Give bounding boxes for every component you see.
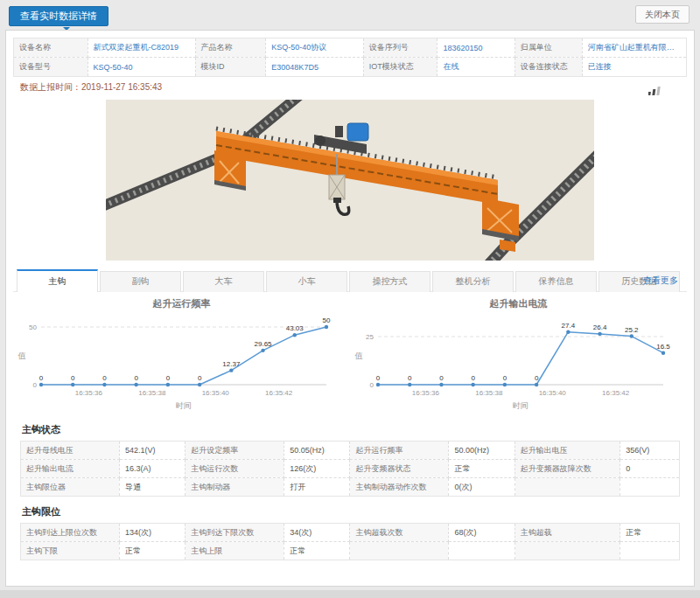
- svg-text:43.03: 43.03: [286, 324, 304, 332]
- svg-text:值: 值: [354, 351, 363, 360]
- svg-text:时间: 时间: [513, 401, 528, 410]
- field-value: 68(次): [449, 524, 514, 542]
- svg-text:0: 0: [39, 374, 44, 382]
- view-more-link[interactable]: 查看更多: [643, 275, 678, 287]
- crane-image-area: [13, 100, 687, 264]
- section-0: 主钩状态起升母线电压542.1(V)起升设定频率50.05(Hz)起升运行频率5…: [20, 423, 680, 497]
- close-page-button[interactable]: 关闭本页: [635, 5, 690, 24]
- field-label: 主钩限位器: [21, 478, 120, 497]
- field-label: [350, 542, 449, 560]
- field-label: 主钩超载: [514, 524, 620, 542]
- table-row: 起升母线电压542.1(V)起升设定频率50.05(Hz)起升运行频率50.00…: [21, 442, 680, 460]
- svg-text:16:35:38: 16:35:38: [475, 389, 503, 397]
- chart-canvas: 050值16:35:3616:35:3816:35:4016:35:42时间00…: [13, 313, 339, 411]
- svg-text:12.37: 12.37: [222, 360, 241, 368]
- svg-text:0: 0: [408, 374, 412, 382]
- field-value: 50.00(Hz): [449, 442, 514, 460]
- field-value: 正常: [449, 460, 514, 478]
- top-bar: 查看实时数据详情 关闭本页: [0, 0, 700, 30]
- line-chart: 起升输出电流025值16:35:3616:35:3816:35:4016:35:…: [350, 297, 687, 414]
- field-value: 正常: [119, 542, 185, 560]
- svg-text:0: 0: [503, 374, 508, 382]
- field-label: 主钩下限: [21, 542, 120, 560]
- field-value[interactable]: 已连接: [582, 58, 686, 77]
- tab-5[interactable]: 整机分析: [432, 271, 514, 292]
- chart-title: 起升运行频率: [13, 297, 350, 313]
- tab-2[interactable]: 大车: [183, 271, 264, 292]
- svg-text:29.65: 29.65: [255, 340, 273, 348]
- svg-text:时间: 时间: [176, 401, 192, 410]
- svg-text:0: 0: [471, 374, 475, 382]
- svg-text:值: 值: [18, 351, 26, 360]
- field-label: 主钩到达上限位次数: [21, 524, 120, 542]
- section-title: 主钩状态: [22, 423, 680, 436]
- tab-6[interactable]: 保养信息: [515, 271, 597, 292]
- field-label: 起升母线电压: [21, 442, 120, 460]
- field-value: [620, 542, 680, 560]
- svg-text:0: 0: [166, 374, 171, 382]
- field-label: 设备连接状态: [514, 58, 582, 77]
- svg-text:50: 50: [29, 323, 37, 331]
- field-label: 设备序列号: [363, 38, 438, 58]
- field-label: 主钩上限: [186, 542, 284, 560]
- field-value: [620, 478, 680, 497]
- field-value: 34(次): [284, 524, 350, 542]
- svg-text:16:35:40: 16:35:40: [202, 389, 230, 397]
- tab-3[interactable]: 小车: [266, 271, 347, 292]
- field-value[interactable]: KSQ-50-40协议: [266, 38, 364, 58]
- field-value[interactable]: 在线: [438, 58, 514, 77]
- field-value: 正常: [284, 542, 350, 560]
- section-title: 主钩限位: [22, 505, 680, 518]
- tab-bar: 主钩副钩大车小车操控方式整机分析保养信息历史数据 查看更多: [13, 269, 687, 292]
- table-row: 主钩到达上限位次数134(次)主钩到达下限次数34(次)主钩超载次数68(次)主…: [21, 524, 680, 542]
- report-time-value: 2019-11-27 16:35:43: [81, 82, 162, 92]
- tab-0[interactable]: 主钩: [17, 269, 98, 292]
- svg-text:0: 0: [33, 381, 38, 389]
- field-value: 134(次): [119, 524, 185, 542]
- svg-text:16:35:42: 16:35:42: [602, 389, 630, 397]
- field-label: 起升设定频率: [186, 442, 284, 460]
- svg-text:0: 0: [370, 381, 374, 389]
- svg-text:26.4: 26.4: [593, 323, 607, 331]
- signal-bars-icon: [648, 82, 661, 103]
- device-info-table: 设备名称新式双梁起重机-C82019产品名称KSQ-50-40协议设备序列号18…: [13, 38, 687, 77]
- field-label: 主钩到达下限次数: [186, 524, 284, 542]
- tab-4[interactable]: 操控方式: [349, 271, 430, 292]
- field-value[interactable]: 河南省矿山起重机有限公司: [582, 38, 686, 58]
- field-label: 起升输出电压: [514, 442, 620, 460]
- svg-text:25: 25: [366, 333, 374, 341]
- svg-text:0: 0: [134, 374, 138, 382]
- view-realtime-data-button[interactable]: 查看实时数据详情: [9, 6, 108, 26]
- svg-text:16:35:38: 16:35:38: [138, 389, 166, 397]
- field-value[interactable]: E30048K7D5: [266, 58, 364, 77]
- field-label: 起升变频器状态: [350, 460, 449, 478]
- field-value: 356(V): [620, 442, 680, 460]
- table-row: 主钩限位器导通主钩制动器打开主钩制动器动作次数0(次): [21, 478, 680, 497]
- tab-1[interactable]: 副钩: [100, 271, 181, 292]
- field-value: 16.3(A): [119, 460, 185, 478]
- table-row: 设备型号KSQ-50-40模块IDE30048K7D5IOT模块状态在线设备连接…: [14, 58, 687, 77]
- field-value[interactable]: 新式双梁起重机-C82019: [88, 38, 195, 58]
- field-label: 设备型号: [14, 58, 88, 77]
- svg-text:25.2: 25.2: [625, 326, 639, 334]
- chart-canvas: 025值16:35:3616:35:3816:35:4016:35:42时间00…: [350, 313, 676, 411]
- section-1: 主钩限位主钩到达上限位次数134(次)主钩到达下限次数34(次)主钩超载次数68…: [20, 505, 680, 560]
- table-row: 主钩下限正常主钩上限正常: [21, 542, 680, 560]
- svg-text:0: 0: [198, 374, 202, 382]
- svg-text:16.5: 16.5: [656, 343, 670, 351]
- field-value[interactable]: 183620150: [438, 38, 514, 58]
- report-time-label: 数据上报时间：: [20, 82, 81, 92]
- section-table: 主钩到达上限位次数134(次)主钩到达下限次数34(次)主钩超载次数68(次)主…: [20, 523, 680, 560]
- line-chart: 起升运行频率050值16:35:3616:35:3816:35:4016:35:…: [13, 297, 350, 414]
- field-label: 产品名称: [195, 38, 266, 58]
- field-value[interactable]: KSQ-50-40: [88, 58, 195, 77]
- field-value: 126(次): [284, 460, 350, 478]
- svg-text:16:35:36: 16:35:36: [75, 389, 103, 397]
- field-label: 起升变频器故障次数: [514, 460, 620, 478]
- chart-title: 起升输出电流: [350, 297, 687, 313]
- field-label: 设备名称: [14, 38, 88, 58]
- svg-text:16:35:42: 16:35:42: [265, 389, 293, 397]
- field-label: 归属单位: [514, 38, 582, 58]
- field-label: [514, 542, 620, 560]
- svg-text:16:35:36: 16:35:36: [412, 389, 440, 397]
